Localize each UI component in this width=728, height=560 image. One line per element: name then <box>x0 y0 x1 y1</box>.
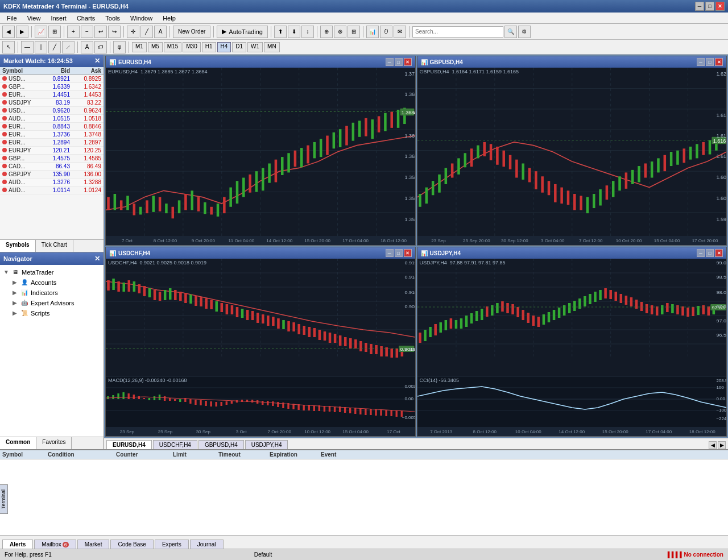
nav-tab-favorites[interactable]: Favorites <box>36 437 72 449</box>
toolbar-zoom-out2-btn[interactable]: ⊗ <box>334 26 346 38</box>
navigator-close[interactable]: ✕ <box>94 255 100 263</box>
chart-eurusd-min[interactable]: ─ <box>386 58 394 66</box>
maximize-button[interactable]: □ <box>705 2 714 11</box>
term-tab-journal[interactable]: Journal <box>190 540 224 549</box>
tf-h1[interactable]: H1 <box>202 42 216 52</box>
term-tab-alerts[interactable]: Alerts <box>2 540 33 549</box>
tree-accounts[interactable]: ▶ 👤 Accounts <box>1 277 102 288</box>
tf-m1[interactable]: M1 <box>132 42 147 52</box>
symbol-row[interactable]: GBP... 1.6339 1.6342 <box>0 83 104 91</box>
menu-window[interactable]: Window <box>126 14 157 23</box>
toolbar-fwd-btn[interactable]: ▶ <box>16 26 28 38</box>
symbol-row[interactable]: EURJPY 120.21 120.25 <box>0 147 104 155</box>
tree-indicators[interactable]: ▶ 📊 Indicators <box>1 288 102 298</box>
toolbar-hline-btn[interactable]: — <box>21 41 34 53</box>
menu-view[interactable]: View <box>23 14 46 23</box>
toolbar-sell-btn[interactable]: ⬇ <box>288 26 300 38</box>
chart-usdchf-close[interactable]: ✕ <box>404 249 412 257</box>
toolbar-zoom-out-btn[interactable]: − <box>81 26 93 38</box>
tree-metatrader[interactable]: ▼ 🖥 MetaTrader <box>1 267 102 277</box>
symbol-row[interactable]: EUR... 1.3736 1.3748 <box>0 131 104 139</box>
tf-m15[interactable]: M15 <box>164 42 181 52</box>
chart-usdchf-min[interactable]: ─ <box>386 249 394 257</box>
chart-eurusd[interactable]: 📊 EURUSD,H4 ─ □ ✕ EURUSD,H4 1.3679 1.368… <box>105 56 416 246</box>
chart-tab-gbpusd[interactable]: GBPUSD,H4 <box>198 440 244 449</box>
term-tab-mailbox[interactable]: Mailbox6 <box>34 540 76 549</box>
toolbar-back-btn[interactable]: ◀ <box>2 26 15 38</box>
chart-gbpusd-min[interactable]: ─ <box>697 58 705 66</box>
toolbar-indicator-btn[interactable]: 📊 <box>366 26 379 38</box>
term-tab-market[interactable]: Market <box>77 540 110 549</box>
chart-usdchf-max[interactable]: □ <box>395 249 403 257</box>
toolbar-text-btn[interactable]: A <box>154 26 167 38</box>
chart-usdjpy-max[interactable]: □ <box>706 249 714 257</box>
toolbar-zoom-fit-btn[interactable]: ⊕ <box>320 26 333 38</box>
menu-file[interactable]: File <box>2 14 22 23</box>
toolbar-label-btn[interactable]: 🏷 <box>94 41 107 53</box>
toolbar-newchart-btn[interactable]: 📈 <box>35 26 47 38</box>
minimize-button[interactable]: ─ <box>695 2 704 11</box>
toolbar-scalp-btn[interactable]: ↕ <box>301 26 314 38</box>
chart-eurusd-close[interactable]: ✕ <box>404 58 412 66</box>
toolbar-period-btn[interactable]: ⏱ <box>380 26 392 38</box>
symbol-row[interactable]: GBP... 1.4575 1.4585 <box>0 155 104 163</box>
window-close-button[interactable]: ✕ <box>715 2 725 11</box>
chart-tab-right[interactable]: ▶ <box>718 441 726 449</box>
toolbar-crosshair-btn[interactable]: ✛ <box>127 26 139 38</box>
chart-tab-usdchf[interactable]: USDCHF,H4 <box>153 440 197 449</box>
toolbar-neworder-btn[interactable]: New Order <box>173 26 210 38</box>
chart-tab-usdjpy[interactable]: USDJPY,H4 <box>245 440 288 449</box>
toolbar-search-btn[interactable]: 🔍 <box>504 26 517 38</box>
toolbar-vline-btn[interactable]: | <box>35 41 47 53</box>
symbol-row[interactable]: USD... 0.8921 0.8925 <box>0 75 104 83</box>
menu-tools[interactable]: Tools <box>101 14 125 23</box>
tf-h4[interactable]: H4 <box>217 42 231 52</box>
tf-d1[interactable]: D1 <box>232 42 246 52</box>
toolbar-undo-btn[interactable]: ↩ <box>94 26 107 38</box>
tree-expert-advisors[interactable]: ▶ 🤖 Expert Advisors <box>1 298 102 308</box>
tf-mn[interactable]: MN <box>264 42 280 52</box>
symbol-row[interactable]: AUD... 1.0515 1.0518 <box>0 115 104 123</box>
toolbar-fibo-btn[interactable]: φ <box>113 41 126 53</box>
term-tab-experts[interactable]: Experts <box>155 540 189 549</box>
chart-eurusd-max[interactable]: □ <box>395 58 403 66</box>
toolbar-grid-btn[interactable]: ⊞ <box>348 26 360 38</box>
market-watch-close[interactable]: ✕ <box>94 57 100 65</box>
tf-m30[interactable]: M30 <box>183 42 200 52</box>
toolbar-cursor-btn[interactable]: ↖ <box>2 41 15 53</box>
chart-usdchf[interactable]: 📊 USDCHF,H4 ─ □ ✕ USDCHF,H4 0.9021 0.902… <box>105 247 416 437</box>
terminal-side-tab[interactable]: Terminal <box>0 484 8 513</box>
chart-gbpusd-max[interactable]: □ <box>706 58 714 66</box>
toolbar-options-btn[interactable]: ⚙ <box>518 26 531 38</box>
toolbar-channel-btn[interactable]: ⟋ <box>62 41 75 53</box>
tree-scripts[interactable]: ▶ 📜 Scripts <box>1 308 102 318</box>
auto-trading-button[interactable]: ▶ AutoTrading <box>217 26 268 38</box>
chart-gbpusd-close[interactable]: ✕ <box>715 58 723 66</box>
nav-tab-common[interactable]: Common <box>0 437 36 449</box>
toolbar-zoom-in-btn[interactable]: + <box>67 26 80 38</box>
symbol-row[interactable]: USDJPY 83.19 83.22 <box>0 99 104 107</box>
toolbar-buy-btn[interactable]: ⬆ <box>274 26 287 38</box>
mw-tab-symbols[interactable]: Symbols <box>0 240 36 252</box>
toolbar-tline-btn[interactable]: ╱ <box>48 41 61 53</box>
toolbar-mail-btn[interactable]: ✉ <box>394 26 406 38</box>
symbol-row[interactable]: EUR... 1.4451 1.4453 <box>0 91 104 99</box>
chart-tab-left[interactable]: ◀ <box>709 441 717 449</box>
menu-help[interactable]: Help <box>158 14 180 23</box>
chart-usdjpy-close[interactable]: ✕ <box>715 249 723 257</box>
toolbar-redo-btn[interactable]: ↪ <box>108 26 121 38</box>
chart-gbpusd[interactable]: 📊 GBPUSD,H4 ─ □ ✕ GBPUSD,H4 1.6164 1.617… <box>417 56 727 246</box>
chart-usdjpy[interactable]: 📊 USDJPY,H4 ─ □ ✕ USDJPY,H4 97.88 97.91 … <box>417 247 727 437</box>
menu-charts[interactable]: Charts <box>72 14 100 23</box>
symbol-row[interactable]: EUR... 1.2894 1.2897 <box>0 139 104 147</box>
tf-w1[interactable]: W1 <box>247 42 263 52</box>
symbol-row[interactable]: CAD... 86.43 86.49 <box>0 163 104 171</box>
tf-m5[interactable]: M5 <box>148 42 163 52</box>
mw-tab-tick[interactable]: Tick Chart <box>36 240 73 252</box>
toolbar-profiles-btn[interactable]: ⊞ <box>48 26 61 38</box>
symbol-row[interactable]: USD... 0.9620 0.9624 <box>0 107 104 115</box>
toolbar-text2-btn[interactable]: A <box>81 41 93 53</box>
symbol-row[interactable]: GBPJPY 135.90 136.00 <box>0 171 104 179</box>
symbol-row[interactable]: AUD... 1.3276 1.3288 <box>0 179 104 186</box>
symbol-row[interactable]: AUD... 1.0114 1.0124 <box>0 186 104 194</box>
